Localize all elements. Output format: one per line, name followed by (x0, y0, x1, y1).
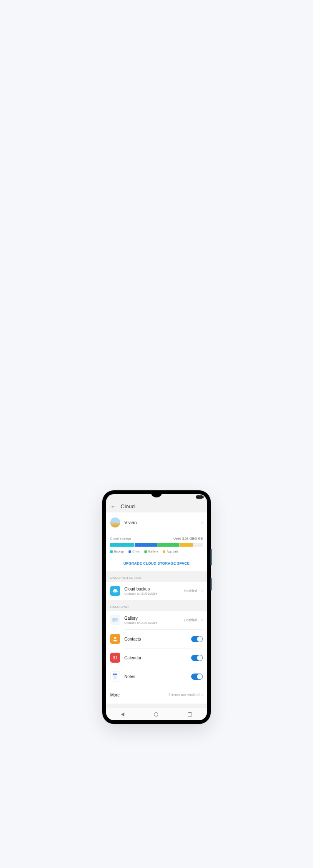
header: ← Cloud (106, 500, 207, 512)
phone-frame: ← Cloud Vivian › Cloud storage Used 3.63… (102, 490, 211, 724)
storage-seg-appdata (180, 543, 193, 547)
page-title: Cloud (121, 503, 135, 510)
storage-legend: Backup Drive Galllery App data (110, 550, 203, 553)
statusbar (106, 494, 207, 500)
contacts-title: Contacts (124, 637, 187, 641)
back-icon[interactable]: ← (110, 503, 116, 510)
calendar-toggle[interactable] (191, 655, 203, 661)
sync-card: Gallery Updated on 21/05/2019 Enabled › … (106, 611, 207, 686)
gallery-row[interactable]: Gallery Updated on 21/05/2019 Enabled › (110, 611, 203, 629)
gallery-title: Gallery (124, 616, 180, 621)
more-card: More 3 items not enabled › (106, 686, 207, 704)
user-name: Vivian (124, 520, 197, 525)
notes-title: Notes (124, 674, 187, 679)
storage-bar (110, 543, 203, 547)
upgrade-button[interactable]: UPGRADE CLOUD STORAGE SPACE (110, 557, 203, 571)
storage-seg-drive (135, 543, 157, 547)
legend-gallery: Galllery (148, 550, 158, 553)
chevron-right-icon: › (201, 588, 203, 594)
contacts-row[interactable]: Contacts (110, 630, 203, 648)
chevron-right-icon: › (201, 520, 203, 525)
cloud-backup-sub: Updated on 21/05/2019 (124, 592, 180, 595)
contacts-icon (110, 634, 120, 644)
legend-drive: Drive (132, 550, 139, 553)
navbar (106, 708, 207, 720)
side-button-power (210, 578, 212, 590)
gallery-status: Enabled (184, 618, 197, 622)
screen: ← Cloud Vivian › Cloud storage Used 3.63… (106, 494, 207, 720)
storage-label: Cloud storage (110, 537, 131, 540)
protection-card: Cloud backup Updated on 21/05/2019 Enabl… (106, 582, 207, 600)
cloud-backup-row[interactable]: Cloud backup Updated on 21/05/2019 Enabl… (110, 582, 203, 600)
nav-back-icon[interactable] (121, 712, 124, 717)
calendar-title: Calendar (124, 656, 187, 660)
section-data-sync: DATA SYNC (106, 600, 207, 611)
storage-used: Used 3.63 GB/5 GB (173, 537, 203, 540)
nav-recent-icon[interactable] (188, 712, 192, 717)
notes-icon (110, 671, 120, 681)
user-row[interactable]: Vivian › (110, 512, 203, 532)
legend-backup: Backup (114, 550, 124, 553)
user-card: Vivian › (106, 512, 207, 532)
notes-row[interactable]: Notes (110, 667, 203, 686)
storage-seg-gallery (157, 543, 179, 547)
more-status: 3 items not enabled (169, 693, 199, 697)
more-label: More (110, 693, 169, 697)
svg-point-0 (114, 637, 116, 639)
gallery-icon (110, 615, 120, 625)
storage-seg-backup (110, 543, 134, 547)
cloud-backup-title: Cloud backup (124, 587, 180, 591)
chevron-right-icon: › (201, 617, 203, 623)
more-row[interactable]: More 3 items not enabled › (110, 686, 203, 704)
calendar-row[interactable]: 31 Calendar (110, 648, 203, 667)
legend-appdata: App data (167, 550, 178, 553)
contacts-toggle[interactable] (191, 636, 203, 642)
cloud-backup-icon (110, 586, 120, 596)
chevron-right-icon: › (201, 692, 203, 698)
nav-home-icon[interactable] (154, 712, 158, 717)
side-button-volume (210, 549, 212, 565)
storage-card: Cloud storage Used 3.63 GB/5 GB Backup D… (106, 532, 207, 571)
battery-icon (196, 495, 203, 499)
notes-toggle[interactable] (191, 674, 203, 680)
avatar (110, 517, 120, 527)
cloud-backup-status: Enabled (184, 589, 197, 593)
calendar-icon: 31 (110, 653, 120, 663)
section-data-protection: DATA PROTECTION (106, 571, 207, 582)
gallery-sub: Updated on 21/05/2019 (124, 621, 180, 625)
